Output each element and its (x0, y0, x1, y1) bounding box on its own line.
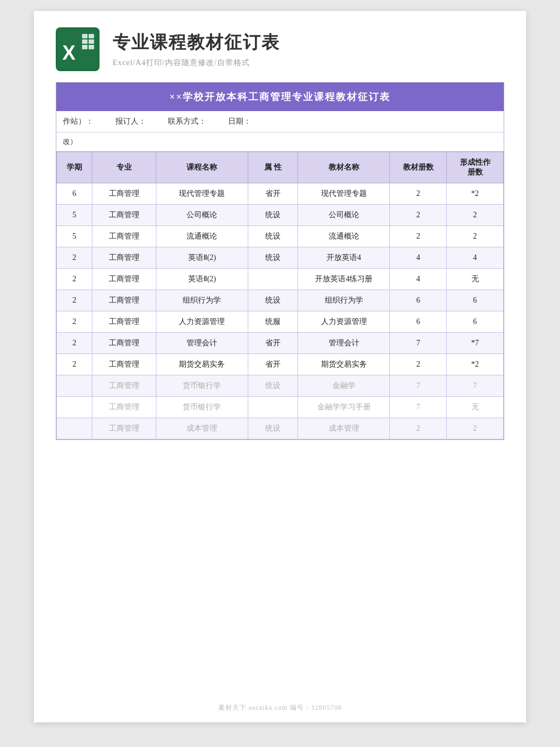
cell-kecheng: 管理会计 (156, 333, 248, 354)
info-item-date: 日期： (228, 117, 251, 126)
cell-kecheng: 现代管理专题 (156, 183, 248, 205)
table-row: 工商管理货币银行学统设金融学77 (57, 375, 504, 397)
cell-ceshu: 2 (390, 183, 447, 205)
cell-jiaocai: 期货交易实务 (298, 354, 390, 375)
cell-shuxing: 统设 (248, 418, 298, 439)
cell-jiaocai: 流通概论 (298, 226, 390, 247)
cell-kecheng: 组织行为学 (156, 290, 248, 311)
cell-xueqi (57, 397, 92, 418)
col-header-xueqi: 学期 (57, 152, 92, 183)
cell-xingcheng: 6 (447, 311, 504, 333)
excel-icon: X (56, 27, 100, 71)
excel-grid (82, 34, 94, 49)
cell-shuxing: 统设 (248, 247, 298, 269)
cell-xueqi: 5 (57, 205, 92, 226)
cell-jiaocai: 金融学学习手册 (298, 397, 390, 418)
contact-label: 联系方式： (168, 117, 206, 126)
table-row: 5工商管理公司概论统设公司概论22 (57, 205, 504, 226)
cell-zhuanye: 工商管理 (92, 333, 156, 354)
cell-jiaocai: 现代管理专题 (298, 183, 390, 205)
col-header-shuxing: 属 性 (248, 152, 298, 183)
cell-shuxing (248, 269, 298, 290)
header: X 专业课程教材征订表 Excel/A4打印/内容随意修改/自带格式 (56, 27, 504, 71)
cell-jiaocai: 开放英语4练习册 (298, 269, 390, 290)
cell-shuxing: 统设 (248, 375, 298, 397)
cell-xingcheng: 6 (447, 290, 504, 311)
info-item-reporter: 报订人： (115, 117, 146, 126)
cell-zhuanye: 工商管理 (92, 290, 156, 311)
col-header-xingcheng: 形成性作册数 (447, 152, 504, 183)
cell-zhuanye: 工商管理 (92, 418, 156, 439)
cell-kecheng: 成本管理 (156, 418, 248, 439)
col-header-ceshu: 教材册数 (390, 152, 447, 183)
cell-ceshu: 6 (390, 290, 447, 311)
cell-zhuanye: 工商管理 (92, 397, 156, 418)
cell-xueqi: 5 (57, 226, 92, 247)
table-row: 2工商管理人力资源管理统服人力资源管理66 (57, 311, 504, 333)
cell-ceshu: 6 (390, 311, 447, 333)
cell-ceshu: 2 (390, 354, 447, 375)
cell-xueqi: 2 (57, 290, 92, 311)
header-text: 专业课程教材征订表 Excel/A4打印/内容随意修改/自带格式 (113, 31, 504, 68)
sub-title: Excel/A4打印/内容随意修改/自带格式 (113, 58, 504, 68)
info-item-station: 作站）： (63, 117, 94, 126)
table-row: 工商管理货币银行学金融学学习手册7无 (57, 397, 504, 418)
cell-jiaocai: 金融学 (298, 375, 390, 397)
cell-kecheng: 流通概论 (156, 226, 248, 247)
cell-jiaocai: 管理会计 (298, 333, 390, 354)
cell-kecheng: 货币银行学 (156, 397, 248, 418)
cell-ceshu: 2 (390, 418, 447, 439)
cell-jiaocai: 人力资源管理 (298, 311, 390, 333)
cell-xueqi: 2 (57, 269, 92, 290)
cell-xingcheng: 2 (447, 226, 504, 247)
page: X 专业课程教材征订表 Excel/A4打印/内容随意修改/自带格式 ××学校开… (34, 11, 526, 722)
cell-kecheng: 人力资源管理 (156, 311, 248, 333)
cell-xueqi: 6 (57, 183, 92, 205)
cell-xueqi (57, 418, 92, 439)
cell-xueqi: 2 (57, 247, 92, 269)
table-wrapper: ××学校开放本科工商管理专业课程教材征订表 作站）： 报订人： 联系方式： 日期… (56, 82, 504, 440)
cell-ceshu: 2 (390, 226, 447, 247)
cell-shuxing: 统设 (248, 205, 298, 226)
cell-shuxing: 统服 (248, 311, 298, 333)
main-title: 专业课程教材征订表 (113, 31, 504, 55)
cell-kecheng: 货币银行学 (156, 375, 248, 397)
table-row: 2工商管理期货交易实务省开期货交易实务2*2 (57, 354, 504, 375)
cell-shuxing: 统设 (248, 290, 298, 311)
cell-shuxing: 省开 (248, 333, 298, 354)
cell-jiaocai: 组织行为学 (298, 290, 390, 311)
cell-xingcheng: 7 (447, 375, 504, 397)
cell-xingcheng: *2 (447, 354, 504, 375)
cell-xueqi: 2 (57, 354, 92, 375)
cell-shuxing: 统设 (248, 226, 298, 247)
station-label: 作站）： (63, 117, 94, 126)
cell-jiaocai: 开放英语4 (298, 247, 390, 269)
cell-shuxing (248, 397, 298, 418)
cell-kecheng: 英语Ⅱ(2) (156, 269, 248, 290)
info-row: 作站）： 报订人： 联系方式： 日期： (56, 111, 504, 132)
cell-xueqi (57, 375, 92, 397)
cell-xingcheng: *2 (447, 183, 504, 205)
cell-jiaocai: 成本管理 (298, 418, 390, 439)
watermark: 素材天下 sucaikx.com 编号：12805708 (34, 703, 526, 713)
cell-jiaocai: 公司概论 (298, 205, 390, 226)
table-row: 2工商管理英语Ⅱ(2)开放英语4练习册4无 (57, 269, 504, 290)
cell-kecheng: 期货交易实务 (156, 354, 248, 375)
cell-xingcheng: 2 (447, 205, 504, 226)
date-label: 日期： (228, 117, 251, 126)
cell-xingcheng: 无 (447, 269, 504, 290)
cell-zhuanye: 工商管理 (92, 354, 156, 375)
table-row: 2工商管理组织行为学统设组织行为学66 (57, 290, 504, 311)
cell-ceshu: 7 (390, 375, 447, 397)
cell-ceshu: 4 (390, 269, 447, 290)
cell-zhuanye: 工商管理 (92, 311, 156, 333)
cell-ceshu: 7 (390, 333, 447, 354)
cell-shuxing: 省开 (248, 183, 298, 205)
col-header-zhuanye: 专业 (92, 152, 156, 183)
cell-ceshu: 7 (390, 397, 447, 418)
cell-zhuanye: 工商管理 (92, 205, 156, 226)
table-row: 2工商管理管理会计省开管理会计7*7 (57, 333, 504, 354)
col-header-jiaocai: 教材名称 (298, 152, 390, 183)
table-title-row: ××学校开放本科工商管理专业课程教材征订表 (56, 83, 504, 111)
cell-zhuanye: 工商管理 (92, 375, 156, 397)
